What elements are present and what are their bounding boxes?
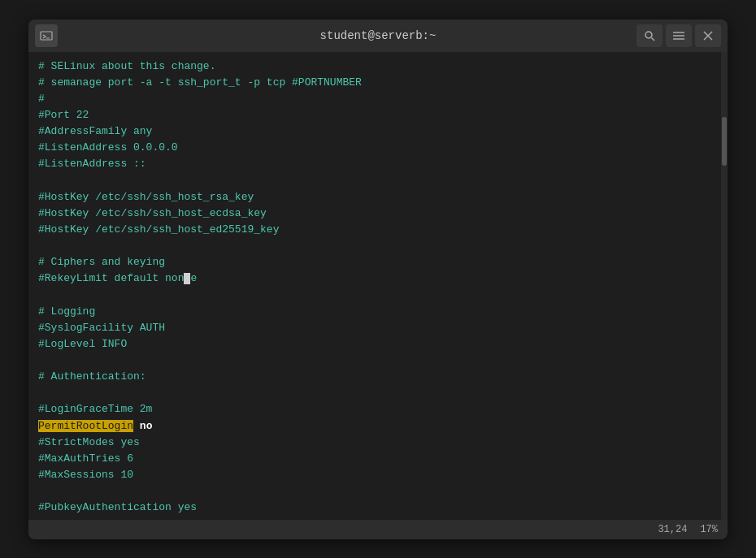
svg-point-2 bbox=[645, 32, 652, 38]
cursor-position: 31,24 bbox=[658, 524, 687, 535]
line-8 bbox=[38, 172, 711, 188]
scroll-percent: 17% bbox=[700, 524, 718, 535]
terminal-icon bbox=[35, 24, 58, 47]
svg-line-3 bbox=[652, 37, 655, 41]
search-button[interactable] bbox=[637, 24, 663, 47]
line-15 bbox=[38, 287, 711, 303]
line-21 bbox=[38, 385, 711, 401]
line-22: #LoginGraceTime 2m bbox=[38, 401, 711, 417]
line-12 bbox=[38, 238, 711, 254]
line-23: PermitRootLogin no bbox=[38, 418, 711, 435]
line-25: #MaxAuthTries 6 bbox=[38, 451, 711, 467]
permit-highlight: PermitRootLogin bbox=[38, 420, 133, 432]
line-10: #HostKey /etc/ssh/ssh_host_ecdsa_key bbox=[38, 205, 711, 222]
line-27 bbox=[38, 483, 711, 500]
terminal-window: student@serverb:~ bbox=[28, 19, 728, 539]
line-7: #ListenAddress :: bbox=[38, 156, 711, 172]
line-19 bbox=[38, 353, 711, 369]
text-area[interactable]: # SELinux about this change. # semanage … bbox=[28, 52, 721, 520]
line-6: #ListenAddress 0.0.0.0 bbox=[38, 140, 711, 156]
line-9: #HostKey /etc/ssh/ssh_host_rsa_key bbox=[38, 189, 711, 205]
line-5: #AddressFamily any bbox=[38, 123, 711, 140]
line-1: # SELinux about this change. bbox=[38, 58, 711, 75]
line-2: # semanage port -a -t ssh_port_t -p tcp … bbox=[38, 75, 711, 91]
line-13: # Ciphers and keying bbox=[38, 254, 711, 270]
line-28: #PubkeyAuthentication yes bbox=[38, 500, 711, 516]
no-value: no bbox=[140, 420, 153, 432]
title-bar-right bbox=[637, 24, 721, 47]
status-bar: 31,24 17% bbox=[28, 520, 728, 539]
terminal-content: # SELinux about this change. # semanage … bbox=[28, 52, 728, 520]
line-18: #LogLevel INFO bbox=[38, 336, 711, 353]
cursor bbox=[184, 273, 190, 284]
line-26: #MaxSessions 10 bbox=[38, 467, 711, 483]
terminal-title: student@serverb:~ bbox=[320, 29, 437, 42]
line-11: #HostKey /etc/ssh/ssh_host_ed25519_key bbox=[38, 222, 711, 238]
line-20: # Authentication: bbox=[38, 369, 711, 385]
close-button[interactable] bbox=[695, 24, 721, 47]
line-17: #SyslogFacility AUTH bbox=[38, 320, 711, 336]
line-4: #Port 22 bbox=[38, 107, 711, 123]
line-3: # bbox=[38, 91, 711, 107]
line-29 bbox=[38, 516, 711, 519]
title-bar: student@serverb:~ bbox=[28, 19, 728, 52]
scrollbar-thumb bbox=[722, 117, 727, 166]
menu-button[interactable] bbox=[666, 24, 692, 47]
line-24: #StrictModes yes bbox=[38, 435, 711, 451]
line-14: #RekeyLimit default none bbox=[38, 270, 711, 287]
line-16: # Logging bbox=[38, 304, 711, 320]
title-bar-left bbox=[35, 24, 58, 47]
scrollbar[interactable] bbox=[721, 52, 728, 520]
